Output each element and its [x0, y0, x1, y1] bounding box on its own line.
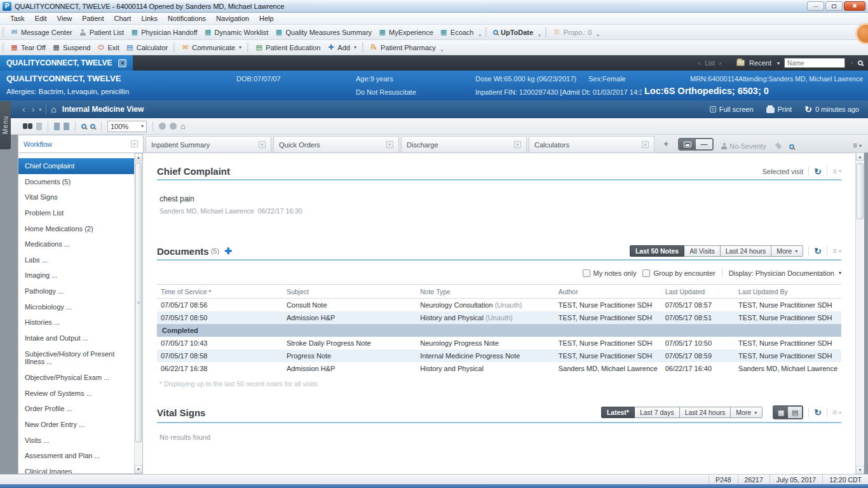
menu-navigation[interactable]: Navigation [211, 13, 254, 24]
document-row[interactable]: 07/05/17 08:56Consult Note Neurology Con… [157, 299, 841, 312]
chief-complaint-value[interactable]: chest pain [159, 194, 841, 203]
collapse-view-button[interactable]: — [696, 139, 712, 149]
sidebar-item-chief-complaint[interactable]: Chief Complaint [18, 158, 134, 174]
document-icon[interactable] [36, 123, 42, 130]
col-note-type[interactable]: Note Type [416, 285, 555, 299]
message-center-button[interactable]: ✉Message Center [7, 27, 76, 37]
document-row[interactable]: 06/22/17 16:38Admission H&P History and … [157, 362, 841, 375]
sidebar-item-histories[interactable]: Histories ... [18, 315, 134, 330]
search-dropdown-icon[interactable]: ▾ [851, 60, 853, 66]
filter-more[interactable]: More▾ [731, 407, 763, 418]
filter-last-24-hours[interactable]: Last 24 hours [721, 245, 772, 257]
sidebar-item-review-of-systems[interactable]: Review of Systems ... [18, 386, 134, 402]
sidebar-item-imaging[interactable]: Imaging ... [18, 268, 134, 283]
menu-task[interactable]: Task [5, 13, 30, 24]
calculator-button[interactable]: ▤Calculator [123, 42, 172, 53]
toolbar-overflow-icon[interactable]: ▾ [479, 33, 482, 39]
ecoach-button[interactable]: ▦Ecoach [437, 27, 477, 37]
tray-view-button[interactable] [679, 139, 696, 149]
sidebar-item-objective-exam[interactable]: Objective/Physical Exam ... [18, 370, 134, 386]
toggle-circle-icon[interactable] [170, 123, 177, 130]
print-button[interactable]: Print [766, 105, 792, 113]
zoom-in-icon[interactable] [90, 124, 95, 129]
sidebar-item-assessment-plan[interactable]: Assessment and Plan ... [18, 448, 134, 464]
fullscreen-button[interactable]: Full screen [710, 105, 754, 113]
col-last-updated-by[interactable]: Last Updated By [735, 285, 841, 299]
dynamic-worklist-button[interactable]: ▦Dynamic Worklist [201, 27, 272, 37]
add-document-icon[interactable]: ✚ [224, 246, 232, 256]
section-menu-icon[interactable]: ≡▾ [832, 247, 841, 255]
minimize-button[interactable]: — [807, 1, 824, 11]
zoom-level-select[interactable]: 100%▾ [107, 121, 147, 132]
menu-chart[interactable]: Chart [109, 13, 137, 24]
recent-folder-icon[interactable] [736, 60, 745, 66]
tag-icon[interactable] [775, 142, 782, 149]
scroll-down-icon[interactable]: ▼ [856, 466, 864, 474]
col-author[interactable]: Author [555, 285, 661, 299]
sidebar-item-intake-output[interactable]: Intake and Output ... [18, 330, 134, 346]
find-binoculars-icon[interactable] [23, 123, 32, 129]
patient-tab-close-icon[interactable]: ✕ [118, 59, 126, 67]
tear-off-button[interactable]: ▦Tear Off [7, 42, 49, 53]
document-row[interactable]: 07/05/17 08:50Admission H&P History and … [157, 311, 841, 324]
patient-list-button[interactable]: Patient List [76, 27, 127, 37]
section-menu-icon[interactable]: ≡▾ [832, 408, 841, 417]
tab-discharge[interactable]: Discharge✕ [401, 136, 527, 152]
main-scroll-track[interactable] [856, 161, 864, 466]
filter-all-visits[interactable]: All Visits [684, 245, 720, 257]
document-row[interactable]: 07/05/17 08:58Progress Note Internal Med… [157, 349, 841, 362]
menu-flyout-tab[interactable]: Menu [0, 101, 11, 149]
display-filter-dropdown[interactable]: Display: Physician Documentation▾ [729, 269, 841, 277]
tab-inpatient-summary[interactable]: Inpatient Summary✕ [146, 136, 271, 152]
filter-latest[interactable]: Latest* [601, 407, 635, 418]
restore-button[interactable] [825, 1, 843, 11]
sidebar-item-medications[interactable]: Medications ... [18, 236, 134, 252]
default-view-home-icon[interactable]: ⌂ [180, 121, 186, 131]
tab-drag-icon[interactable]: ✕ [131, 140, 138, 147]
filter-last-24-hours[interactable]: Last 24 hours [680, 407, 731, 418]
sidebar-item-home-medications[interactable]: Home Medications (2) [18, 221, 134, 237]
add-button[interactable]: ✚Add▾ [323, 42, 360, 53]
menu-patient[interactable]: Patient [77, 13, 109, 24]
scroll-up-icon[interactable]: ▲ [135, 153, 142, 161]
severity-indicator[interactable]: No-Severity [721, 142, 766, 150]
sidebar-item-new-order-entry[interactable]: New Order Entry ... [18, 417, 134, 433]
quality-measures-button[interactable]: ▦Quality Measures Summary [271, 27, 375, 37]
my-notes-only-option[interactable]: My notes only [583, 269, 637, 277]
suspend-button[interactable]: ▦Suspend [49, 42, 93, 53]
nav-history-dropdown-icon[interactable]: ▾ [39, 107, 41, 112]
patient-education-button[interactable]: ▤Patient Education [252, 42, 323, 53]
grid-view-icon[interactable]: ▦ [774, 407, 788, 418]
filter-last-7-days[interactable]: Last 7 days [635, 407, 680, 418]
close-button[interactable]: ✖ [844, 1, 865, 11]
my-notes-only-checkbox[interactable] [583, 269, 590, 277]
list-back-icon[interactable]: ‹ [698, 60, 700, 67]
uptodate-button[interactable]: UpToDate [490, 27, 536, 37]
myexperience-button[interactable]: ▦MyExperience [375, 27, 437, 37]
document-row[interactable]: 07/05/17 10:43Stroke Daily Progress Note… [157, 337, 841, 349]
list-view-icon[interactable]: ▤ [788, 407, 802, 418]
sidebar-item-order-profile[interactable]: Order Profile ... [18, 401, 134, 417]
sidebar-item-vital-signs[interactable]: Vital Signs [18, 189, 134, 205]
sidebar-item-clinical-images[interactable]: Clinical Images ... [18, 464, 134, 473]
patient-pharmacy-button[interactable]: ℞Patient Pharmacy [367, 42, 439, 53]
toolbar-overflow-icon[interactable]: ▾ [597, 33, 599, 39]
tab-overflow-menu[interactable]: ≡▾ [853, 141, 862, 150]
sidebar-scroll-track[interactable]: ≡ [135, 161, 142, 465]
propofol-button[interactable]: ⚿Propo.: 0 [550, 27, 595, 37]
nav-forward-icon[interactable]: › [29, 105, 38, 114]
filter-last-50-notes[interactable]: Last 50 Notes [630, 245, 684, 257]
sidebar-scrollbar[interactable]: ▲ ≡ ▼ [134, 153, 142, 473]
section-refresh-icon[interactable]: ↻ [814, 408, 822, 417]
toolbar-overflow-icon[interactable]: ▾ [441, 48, 444, 55]
menu-links[interactable]: Links [136, 13, 163, 24]
recent-label[interactable]: Recent [749, 59, 771, 67]
menu-edit[interactable]: Edit [30, 13, 52, 24]
page-forward-icon[interactable] [64, 123, 69, 130]
section-refresh-icon[interactable]: ↻ [814, 167, 822, 176]
sidebar-item-documents[interactable]: Documents (5) [18, 174, 134, 190]
col-subject[interactable]: Subject [283, 285, 416, 299]
sidebar-scroll-thumb[interactable]: ≡ [135, 163, 142, 442]
add-tab-button[interactable]: + [658, 137, 674, 151]
col-time-of-service[interactable]: Time of Service ▴ [157, 285, 283, 299]
